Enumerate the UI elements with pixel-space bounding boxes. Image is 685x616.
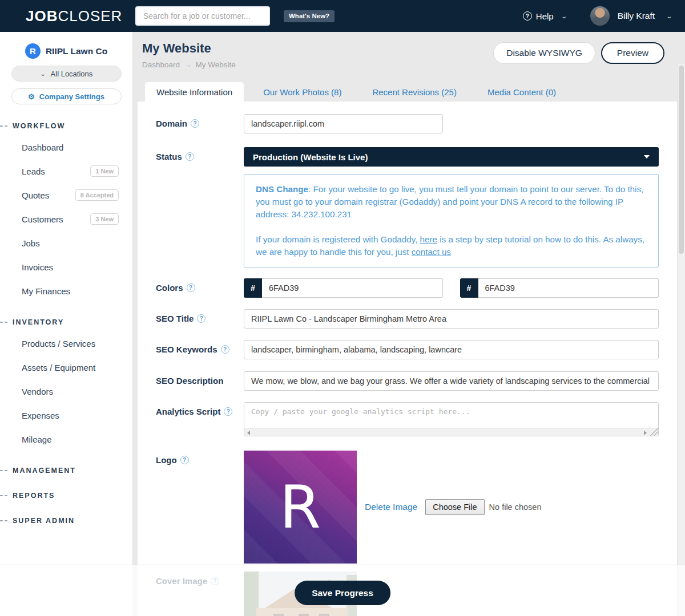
app-logo: JOBCLOSER	[26, 7, 122, 25]
sidebar-item-label: Assets / Equipment	[22, 363, 95, 372]
analytics-horizontal-scrollbar[interactable]	[244, 428, 658, 436]
logo-file-widget: Choose File No file chosen	[425, 499, 541, 515]
sidebar-item-assets-equipment[interactable]: Assets / Equipment	[0, 355, 132, 379]
sidebar-item-dashboard[interactable]: Dashboard	[0, 135, 132, 159]
resize-grip-icon[interactable]	[650, 428, 658, 436]
seo-keywords-label-col: SEO Keywords ?	[156, 340, 244, 359]
status-row: Status ? Production (Website Is Live)	[156, 147, 659, 167]
user-avatar[interactable]	[590, 6, 610, 26]
help-label: Help	[536, 11, 554, 21]
scroll-left-arrow-icon[interactable]	[247, 431, 250, 435]
seo-keywords-input[interactable]	[244, 340, 659, 359]
logo-r-letter: R	[280, 472, 321, 542]
seo-keywords-row: SEO Keywords ?	[156, 340, 659, 359]
dns-note: DNS Change: For your website to go live,…	[244, 174, 659, 268]
sidebar-item-customers[interactable]: Customers3 New	[0, 207, 132, 231]
logo-light: CLOSER	[58, 7, 122, 25]
sidebar-item-products-services[interactable]: Products / Services	[0, 331, 132, 355]
page-title: My Website	[142, 41, 211, 56]
sidebar-item-my-finances[interactable]: My Finances	[0, 279, 132, 303]
seo-title-input[interactable]	[244, 309, 659, 329]
sidebar-item-quotes[interactable]: Quotes8 Accepted	[0, 183, 132, 207]
help-menu[interactable]: ? Help ⌄	[523, 11, 567, 21]
sidebar-section-super-admin[interactable]: SUPER ADMIN	[0, 515, 132, 526]
sidebar-item-invoices[interactable]: Invoices	[0, 255, 132, 279]
chevron-down-icon: ⌄	[561, 13, 567, 19]
secondary-color-input[interactable]	[478, 278, 659, 298]
main-content: My Website Dashboard→My Website Disable …	[133, 32, 685, 616]
sidebar-item-label: Products / Services	[22, 339, 95, 348]
customers-badge: 3 New	[90, 213, 119, 225]
company-avatar: R	[25, 43, 41, 59]
sidebar-item-vendors[interactable]: Vendors	[0, 379, 132, 403]
save-progress-button[interactable]: Save Progress	[295, 581, 390, 605]
breadcrumb-arrow-icon: →	[184, 60, 192, 69]
header-right: ? Help ⌄ Billy Kraft ⌄	[523, 0, 672, 32]
user-name: Billy Kraft	[618, 11, 655, 21]
sidebar-item-leads[interactable]: Leads1 New	[0, 159, 132, 183]
preview-button[interactable]: Preview	[601, 42, 664, 64]
breadcrumb-dashboard[interactable]: Dashboard	[142, 60, 180, 69]
disable-wysiwyg-button[interactable]: Disable WYSIWYG	[493, 42, 595, 64]
sidebar-item-jobs[interactable]: Jobs	[0, 231, 132, 255]
app-header: JOBCLOSER What's New? ? Help ⌄ Billy Kra…	[0, 0, 685, 32]
company-settings-button[interactable]: ⚙ Company Settings	[11, 88, 122, 104]
tab-recent-revisions[interactable]: Recent Revisions (25)	[361, 82, 468, 102]
top-actions: Disable WYSIWYG Preview	[493, 42, 664, 64]
seo-description-label: SEO Description	[156, 376, 223, 386]
status-select[interactable]: Production (Website Is Live)	[244, 147, 659, 167]
primary-color-input[interactable]	[262, 278, 443, 298]
tab-our-work-photos[interactable]: Our Work Photos (8)	[252, 82, 353, 102]
dns-note-p2: If your domain is registered with Godadd…	[256, 234, 420, 244]
dns-contact-us-link[interactable]: contact us	[412, 247, 451, 257]
tab-media-content[interactable]: Media Content (0)	[476, 82, 567, 102]
seo-title-help-icon[interactable]: ?	[197, 314, 206, 323]
analytics-label: Analytics Script	[156, 407, 220, 416]
sidebar-section-inventory[interactable]: INVENTORY	[0, 317, 132, 328]
page-scrollbar-thumb[interactable]	[679, 66, 684, 254]
sidebar-item-label: Quotes	[22, 191, 49, 200]
breadcrumb-current: My Website	[196, 60, 236, 69]
logo-choose-file-button[interactable]: Choose File	[425, 499, 484, 515]
seo-title-label: SEO Title	[156, 314, 194, 323]
dns-note-title: DNS Change	[256, 184, 308, 194]
color-group-primary: #	[244, 278, 443, 298]
page-scrollbar[interactable]	[677, 64, 685, 616]
domain-input[interactable]	[244, 114, 443, 133]
logo-bold: JOB	[26, 7, 58, 25]
logo-delete-image-link[interactable]: Delete Image	[365, 502, 417, 512]
user-chevron-down-icon[interactable]: ⌄	[666, 13, 672, 19]
analytics-row: Analytics Script ?	[156, 402, 659, 436]
dns-note-row: DNS Change: For your website to go live,…	[156, 174, 659, 268]
analytics-script-textarea[interactable]	[244, 403, 658, 428]
sidebar-item-mileage[interactable]: Mileage	[0, 427, 132, 451]
search-input[interactable]	[135, 6, 270, 26]
sidebar-section-management[interactable]: MANAGEMENT	[0, 465, 132, 476]
analytics-help-icon[interactable]: ?	[224, 407, 232, 416]
seo-description-row: SEO Description	[156, 371, 659, 391]
status-label: Status	[156, 152, 182, 161]
all-locations-dropdown[interactable]: ⌄ All Locations	[11, 66, 122, 82]
dns-here-link[interactable]: here	[420, 234, 437, 244]
dns-note-body: : For your website to go live, you must …	[256, 184, 643, 219]
sidebar-item-label: Leads	[22, 167, 45, 176]
logo-label: Logo	[156, 455, 177, 465]
status-label-col: Status ?	[156, 147, 244, 167]
seo-keywords-help-icon[interactable]: ?	[221, 345, 229, 354]
domain-help-icon[interactable]: ?	[191, 119, 199, 128]
whats-new-button[interactable]: What's New?	[284, 10, 335, 22]
colors-label: Colors	[156, 283, 183, 293]
save-footer-overlay: Save Progress	[0, 565, 685, 616]
sidebar-section-workflow[interactable]: WORKFLOW	[0, 120, 132, 132]
tab-website-information[interactable]: Website Information	[145, 82, 244, 102]
scroll-right-arrow-icon[interactable]	[644, 431, 647, 435]
company-settings-label: Company Settings	[39, 92, 104, 101]
hash-prefix: #	[460, 278, 478, 298]
sidebar-section-reports[interactable]: REPORTS	[0, 490, 132, 501]
status-help-icon[interactable]: ?	[186, 152, 194, 161]
domain-row: Domain ?	[156, 114, 659, 133]
colors-help-icon[interactable]: ?	[187, 283, 195, 292]
seo-description-input[interactable]	[244, 371, 659, 391]
logo-help-icon[interactable]: ?	[180, 456, 189, 464]
sidebar-item-expenses[interactable]: Expenses	[0, 403, 132, 427]
